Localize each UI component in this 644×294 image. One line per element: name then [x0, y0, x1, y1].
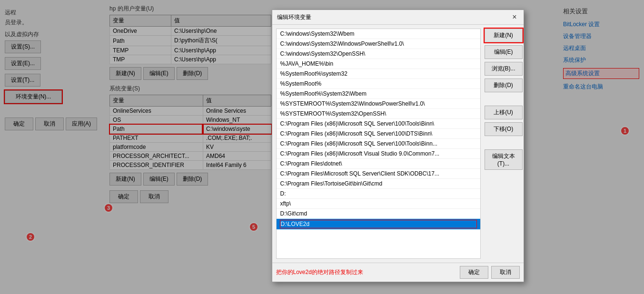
path-list-item[interactable]: %SystemRoot%\System32\Wbem: [277, 89, 480, 99]
path-list-item[interactable]: %SystemRoot%\system32: [277, 69, 480, 79]
path-list-item[interactable]: C:\Program Files (x86)\Microsoft SQL Ser…: [277, 139, 480, 149]
path-list-item[interactable]: C:\Program Files\TortoiseGit\bin\Git\cmd: [277, 179, 480, 189]
dialog-action-buttons: 新建(N) 编辑(E) 浏览(B)... 删除(D) 上移(U) 下移(O) 编…: [481, 25, 524, 263]
dialog-footer-text: 把你的Love2d的绝对路径复制过来: [276, 268, 456, 276]
dialog-footer-buttons: 确定 取消: [460, 266, 520, 279]
dialog-edit-button[interactable]: 编辑(E): [485, 45, 523, 59]
path-list-item[interactable]: C:\Program Files (x86)\Microsoft SQL Ser…: [277, 119, 480, 129]
dialog-edit-text-button[interactable]: 编辑文本(T)...: [485, 149, 523, 170]
path-list-item[interactable]: [277, 219, 480, 230]
path-edit-input[interactable]: [280, 220, 476, 228]
path-list-item[interactable]: %JAVA_HOME%\bin: [277, 59, 480, 69]
dialog-close-button[interactable]: ×: [510, 13, 518, 21]
path-list-item[interactable]: C:\Program Files\dotnet\: [277, 159, 480, 169]
path-list-item[interactable]: C:\windows\System32\WindowsPowerShell\v1…: [277, 39, 480, 49]
path-list-item[interactable]: C:\Program Files (x86)\Microsoft Visual …: [277, 149, 480, 159]
path-list-item[interactable]: xftp\: [277, 199, 480, 209]
dialog-browse-button[interactable]: 浏览(B)...: [485, 62, 523, 76]
dialog-footer: 把你的Love2d的绝对路径复制过来 确定 取消: [272, 263, 524, 282]
dialog-new-button[interactable]: 新建(N): [485, 29, 523, 42]
dialog-cancel-button[interactable]: 取消: [491, 266, 520, 279]
path-list-item[interactable]: C:\Program Files (x86)\Microsoft SQL Ser…: [277, 129, 480, 139]
dialog-titlebar: 编辑环境变量 ×: [272, 10, 524, 25]
dialog-title: 编辑环境变量: [277, 13, 311, 21]
path-list-item[interactable]: D:: [277, 189, 480, 199]
dialog-delete-button[interactable]: 删除(D): [485, 78, 523, 92]
path-list-item[interactable]: C:\windows\System32\Wbem: [277, 29, 480, 39]
path-list-item[interactable]: %SystemRoot%: [277, 79, 480, 89]
path-list-item[interactable]: C:\Program Files\Microsoft SQL Server\Cl…: [277, 169, 480, 179]
path-list-item[interactable]: %SYSTEMROOT%\System32\WindowsPowerShell\…: [277, 99, 480, 109]
dialog-ok-button[interactable]: 确定: [460, 266, 488, 279]
path-list-item[interactable]: %SYSTEMROOT%\System32\OpenSSH\: [277, 109, 480, 119]
path-list-item[interactable]: C:\windows\System32\OpenSSH\: [277, 49, 480, 59]
path-list[interactable]: C:\windows\System32\WbemC:\windows\Syste…: [276, 29, 481, 259]
path-list-item[interactable]: D:\Git\cmd: [277, 209, 480, 219]
dialog-body: C:\windows\System32\WbemC:\windows\Syste…: [272, 25, 524, 263]
edit-env-dialog: 编辑环境变量 × C:\windows\System32\WbemC:\wind…: [272, 10, 524, 282]
dialog-move-down-button[interactable]: 下移(O): [485, 122, 523, 136]
dialog-move-up-button[interactable]: 上移(U): [485, 106, 523, 119]
